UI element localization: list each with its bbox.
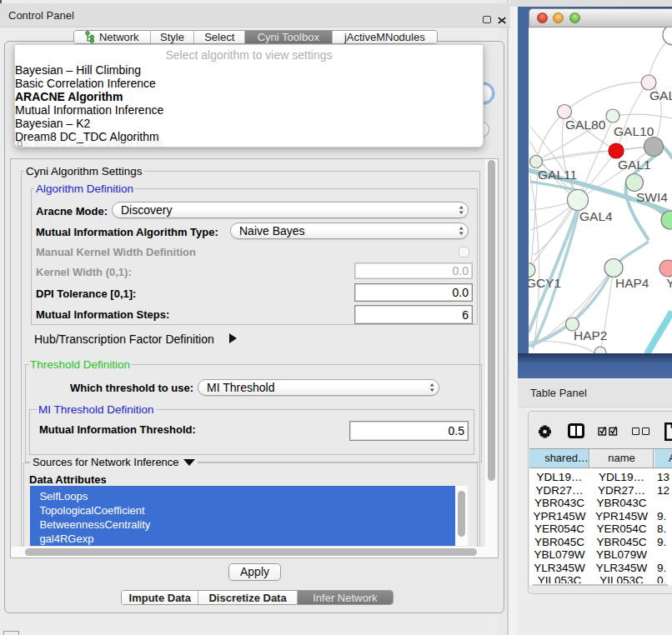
svg-text:GCY1: GCY1 <box>529 276 561 290</box>
svg-text:GAL: GAL <box>649 88 672 102</box>
svg-text:HAP2: HAP2 <box>574 328 608 342</box>
svg-text:Y: Y <box>666 276 672 290</box>
svg-text:GAL80: GAL80 <box>565 118 606 132</box>
svg-text:HAP4: HAP4 <box>615 276 649 290</box>
svg-text:GAL4: GAL4 <box>579 209 613 223</box>
svg-text:GAL1: GAL1 <box>618 158 651 172</box>
svg-text:GAL10: GAL10 <box>614 124 654 138</box>
svg-text:GAL11: GAL11 <box>538 168 577 182</box>
svg-text:SWI4: SWI4 <box>636 190 668 204</box>
